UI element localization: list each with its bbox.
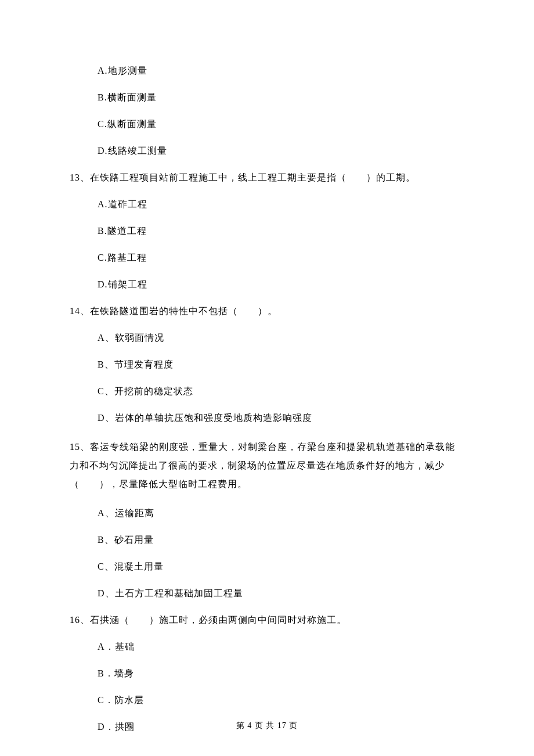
q14-option-c: C、开挖前的稳定状态 <box>98 384 464 398</box>
q13-option-b: B.隧道工程 <box>98 224 464 238</box>
q15-option-d: D、土石方工程和基础加固工程量 <box>98 586 464 600</box>
q16-text: 16、石拱涵（ ）施工时，必须由两侧向中间同时对称施工。 <box>70 613 464 627</box>
q13-option-d: D.铺架工程 <box>98 278 464 291</box>
q13-option-c: C.路基工程 <box>98 251 464 265</box>
q12-option-a: A.地形测量 <box>98 64 464 78</box>
q15-option-b: B、砂石用量 <box>98 533 464 547</box>
q13-text: 13、在铁路工程项目站前工程施工中，线上工程工期主要是指（ ）的工期。 <box>70 171 464 185</box>
q13-option-a: A.道砟工程 <box>98 197 464 211</box>
q14-option-a: A、软弱面情况 <box>98 331 464 345</box>
q14-option-b: B、节理发育程度 <box>98 358 464 372</box>
q12-option-d: D.线路竣工测量 <box>98 144 464 158</box>
q15-option-c: C、混凝土用量 <box>98 560 464 574</box>
page-content: A.地形测量 B.横断面测量 C.纵断面测量 D.线路竣工测量 13、在铁路工程… <box>0 0 534 734</box>
q16-option-b: B．墙身 <box>98 667 464 681</box>
q16-option-a: A．基础 <box>98 640 464 654</box>
q14-text: 14、在铁路隧道围岩的特性中不包括（ ）。 <box>70 304 464 318</box>
q12-option-b: B.横断面测量 <box>98 91 464 105</box>
q15-text: 15、客运专线箱梁的刚度强，重量大，对制梁台座，存梁台座和提梁机轨道基础的承载能… <box>70 438 464 494</box>
page-footer: 第 4 页 共 17 页 <box>0 719 534 732</box>
q16-option-c: C．防水层 <box>98 693 464 707</box>
q12-option-c: C.纵断面测量 <box>98 117 464 131</box>
q14-option-d: D、岩体的单轴抗压饱和强度受地质构造影响强度 <box>98 411 464 425</box>
q15-option-a: A、运输距离 <box>98 506 464 520</box>
